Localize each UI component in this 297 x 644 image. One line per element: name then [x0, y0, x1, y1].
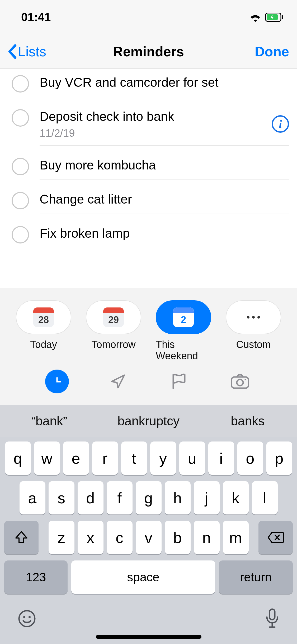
reminder-date: 11/2/19	[40, 127, 266, 139]
reminder-title[interactable]: Change cat litter	[40, 191, 289, 207]
calendar-icon: 28	[33, 307, 54, 327]
done-button[interactable]: Done	[255, 44, 289, 59]
suggestion-2[interactable]: banks	[198, 414, 297, 428]
reminder-content: Change cat litter	[40, 191, 289, 214]
chip-weekend-num: 2	[181, 314, 186, 327]
suggestion-0[interactable]: “bank”	[0, 414, 99, 428]
key-w[interactable]: w	[34, 441, 60, 475]
chip-today[interactable]: 28	[16, 300, 71, 334]
chip-tomorrow-label: Tomorrow	[92, 339, 136, 350]
dictation-button[interactable]	[265, 608, 280, 630]
reminder-row[interactable]: Buy VCR and camcorder for set	[0, 69, 297, 103]
reminder-content: Buy more kombucha	[40, 157, 289, 180]
svg-point-6	[245, 379, 246, 380]
shift-icon	[15, 531, 28, 544]
reminder-content: Deposit check into bank11/2/19i	[40, 109, 289, 146]
list-bottom-gap	[0, 254, 297, 288]
reminder-content: Fix broken lamp	[40, 226, 289, 248]
complete-circle[interactable]	[12, 192, 29, 209]
reminder-row[interactable]: Change cat litter	[0, 186, 297, 220]
return-key[interactable]: return	[219, 560, 293, 594]
chip-tomorrow[interactable]: 29	[86, 300, 141, 334]
camera-icon	[230, 374, 249, 389]
reminder-row[interactable]: Fix broken lamp	[0, 220, 297, 254]
key-m[interactable]: m	[223, 521, 249, 554]
space-key[interactable]: space	[71, 560, 215, 594]
numbers-key[interactable]: 123	[4, 560, 68, 594]
key-j[interactable]: j	[194, 481, 220, 514]
status-icons	[249, 12, 284, 22]
calendar-icon: 29	[103, 307, 124, 327]
key-k[interactable]: k	[223, 481, 249, 514]
microphone-icon	[265, 608, 280, 629]
emoji-icon	[17, 609, 36, 628]
wifi-icon	[249, 12, 262, 22]
reminder-title[interactable]: Buy more kombucha	[40, 157, 289, 173]
back-button[interactable]: Lists	[8, 44, 46, 59]
camera-button[interactable]	[228, 370, 252, 393]
chip-this-weekend[interactable]: 2	[156, 300, 211, 334]
key-x[interactable]: x	[78, 521, 103, 554]
complete-circle[interactable]	[12, 75, 29, 93]
complete-circle[interactable]	[12, 109, 29, 127]
svg-rect-4	[232, 377, 248, 388]
key-b[interactable]: b	[165, 521, 191, 554]
keyboard-suggestions: “bank” bankruptcy banks	[0, 405, 297, 437]
key-u[interactable]: u	[179, 441, 205, 475]
svg-point-5	[237, 379, 243, 386]
key-v[interactable]: v	[136, 521, 162, 554]
suggestion-1[interactable]: bankruptcy	[99, 414, 198, 428]
complete-circle[interactable]	[12, 226, 29, 243]
svg-rect-2	[282, 15, 283, 19]
reminder-row[interactable]: Buy more kombucha	[0, 151, 297, 186]
key-y[interactable]: y	[150, 441, 176, 475]
reminder-title[interactable]: Buy VCR and camcorder for set	[40, 75, 289, 90]
key-o[interactable]: o	[237, 441, 263, 475]
svg-point-8	[23, 616, 25, 618]
key-e[interactable]: e	[63, 441, 89, 475]
delete-key[interactable]	[258, 521, 293, 554]
key-z[interactable]: z	[49, 521, 74, 554]
reminder-row[interactable]: Deposit check into bank11/2/19i	[0, 103, 297, 151]
chip-custom[interactable]	[226, 300, 281, 334]
nav-bar: Lists Reminders Done	[0, 34, 297, 69]
backspace-icon	[267, 531, 284, 544]
reminder-title[interactable]: Deposit check into bank	[40, 109, 266, 125]
svg-point-7	[19, 611, 35, 627]
key-r[interactable]: r	[92, 441, 118, 475]
key-f[interactable]: f	[107, 481, 133, 514]
svg-rect-10	[270, 609, 275, 620]
key-s[interactable]: s	[49, 481, 74, 514]
home-indicator[interactable]	[96, 635, 201, 639]
key-n[interactable]: n	[194, 521, 220, 554]
status-bar: 01:41	[0, 0, 297, 34]
info-button[interactable]: i	[272, 115, 289, 133]
calendar-icon: 2	[173, 307, 194, 327]
reminders-list: Buy VCR and camcorder for setDeposit che…	[0, 69, 297, 254]
key-i[interactable]: i	[208, 441, 234, 475]
chip-today-num: 28	[38, 314, 49, 327]
location-icon	[110, 373, 126, 390]
chip-tomorrow-num: 29	[108, 314, 119, 327]
complete-circle[interactable]	[12, 158, 29, 175]
reminder-content: Buy VCR and camcorder for set	[40, 75, 289, 97]
reminder-title[interactable]: Fix broken lamp	[40, 226, 289, 241]
key-p[interactable]: p	[266, 441, 292, 475]
flag-icon	[171, 373, 187, 390]
key-l[interactable]: l	[252, 481, 278, 514]
key-h[interactable]: h	[165, 481, 191, 514]
ellipsis-icon	[247, 316, 260, 319]
location-button[interactable]	[106, 370, 130, 393]
status-time: 01:41	[21, 11, 51, 24]
key-c[interactable]: c	[107, 521, 133, 554]
flag-button[interactable]	[167, 370, 191, 393]
key-a[interactable]: a	[20, 481, 45, 514]
back-label: Lists	[18, 44, 46, 59]
key-t[interactable]: t	[121, 441, 147, 475]
key-q[interactable]: q	[5, 441, 31, 475]
key-d[interactable]: d	[78, 481, 103, 514]
emoji-button[interactable]	[17, 609, 36, 629]
shift-key[interactable]	[4, 521, 39, 554]
time-button[interactable]	[45, 370, 69, 393]
key-g[interactable]: g	[136, 481, 162, 514]
